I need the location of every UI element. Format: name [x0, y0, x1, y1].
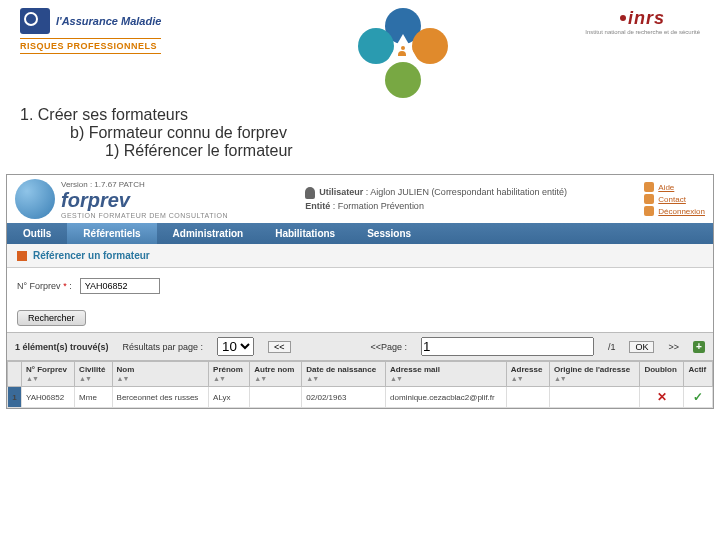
center-diagram-icon — [358, 8, 448, 98]
assurance-maladie-logo: l'Assurance Maladie RISQUES PROFESSIONNE… — [20, 8, 161, 54]
sort-icon[interactable]: ▲▼ — [117, 375, 129, 382]
help-icon — [644, 182, 654, 192]
deconnexion-link[interactable]: Déconnexion — [644, 206, 705, 216]
col-civilite[interactable]: Civilité▲▼ — [75, 362, 112, 387]
sort-icon[interactable]: ▲▼ — [390, 375, 402, 382]
forprev-sphere-icon — [15, 179, 55, 219]
col-naissance[interactable]: Date de naissance▲▼ — [302, 362, 386, 387]
col-nforprev[interactable]: N° Forprev▲▼ — [22, 362, 75, 387]
col-nom[interactable]: Nom▲▼ — [112, 362, 209, 387]
check-icon: ✓ — [693, 390, 703, 404]
inrs-text: inrs — [628, 8, 665, 28]
user-line: Utilisateur : Aiglon JULIEN (Corresponda… — [305, 187, 567, 199]
col-prenom[interactable]: Prénom▲▼ — [209, 362, 250, 387]
row-number: 1 — [8, 387, 22, 408]
sort-icon[interactable]: ▲▼ — [554, 375, 566, 382]
sort-icon[interactable]: ▲▼ — [511, 375, 523, 382]
cell-adresse — [506, 387, 549, 408]
cell-autrenom — [250, 387, 302, 408]
outline-level-2: b) Formateur connu de forprev — [70, 124, 700, 142]
cell-actif: ✓ — [684, 387, 713, 408]
inrs-subtitle: Institut national de recherche et de séc… — [585, 29, 700, 35]
subnav-label: GESTION FORMATEUR DEM CONSULTATION — [61, 212, 228, 219]
cell-doublon: ✕ — [640, 387, 684, 408]
nforprev-input[interactable] — [80, 278, 160, 294]
cell-mail: dominique.cezacblac2@plif.fr — [386, 387, 507, 408]
sort-icon[interactable]: ▲▼ — [79, 375, 91, 382]
nav-referentiels[interactable]: Référentiels — [67, 223, 156, 244]
am-text: l'Assurance Maladie — [56, 15, 161, 27]
col-num — [8, 362, 22, 387]
user-icon — [305, 187, 315, 199]
cell-nom: Berceonnet des russes — [112, 387, 209, 408]
section-title-text: Référencer un formateur — [33, 250, 150, 261]
contact-link[interactable]: Contact — [644, 194, 705, 204]
page-total: /1 — [608, 342, 616, 352]
entity-line: Entité : Formation Prévention — [305, 201, 567, 211]
results-count: 1 élément(s) trouvé(s) — [15, 342, 109, 352]
brand-label: forprev — [61, 189, 228, 212]
sort-icon[interactable]: ▲▼ — [213, 375, 225, 382]
sort-icon[interactable]: ▲▼ — [306, 375, 318, 382]
outline-level-1: 1. Créer ses formateurs — [20, 106, 700, 124]
contact-icon — [644, 194, 654, 204]
section-square-icon — [17, 251, 27, 261]
aide-link[interactable]: Aide — [644, 182, 705, 192]
outline-level-3: 1) Référencer le formateur — [105, 142, 700, 160]
cell-nforprev: YAH06852 — [22, 387, 75, 408]
col-adresse[interactable]: Adresse▲▼ — [506, 362, 549, 387]
cell-origine — [549, 387, 639, 408]
page-input[interactable] — [421, 337, 594, 356]
nforprev-label: N° Forprev * : — [17, 281, 72, 291]
nav-outils[interactable]: Outils — [7, 223, 67, 244]
rechercher-button[interactable]: Rechercher — [17, 310, 86, 326]
sort-icon[interactable]: ▲▼ — [254, 375, 266, 382]
section-header: Référencer un formateur — [7, 244, 713, 268]
table-row[interactable]: 1 YAH06852 Mme Berceonnet des russes ALy… — [8, 387, 713, 408]
x-icon: ✕ — [657, 390, 667, 404]
col-origine[interactable]: Origine de l'adresse▲▼ — [549, 362, 639, 387]
pager-next: >> — [668, 342, 679, 352]
cell-naissance: 02/02/1963 — [302, 387, 386, 408]
risques-label: RISQUES PROFESSIONNELS — [20, 38, 161, 54]
cell-prenom: ALyx — [209, 387, 250, 408]
per-page-select[interactable]: 10 — [217, 337, 254, 356]
am-cube-icon — [20, 8, 50, 34]
col-mail[interactable]: Adresse mail▲▼ — [386, 362, 507, 387]
page-ok[interactable]: OK — [629, 341, 654, 353]
per-page-label: Résultats par page : — [123, 342, 204, 352]
add-icon[interactable]: + — [693, 341, 705, 353]
col-actif: Actif — [684, 362, 713, 387]
nav-sessions[interactable]: Sessions — [351, 223, 427, 244]
sort-icon[interactable]: ▲▼ — [26, 375, 38, 382]
nav-habilitations[interactable]: Habilitations — [259, 223, 351, 244]
inrs-logo: inrs Institut national de recherche et d… — [585, 8, 700, 35]
logout-icon — [644, 206, 654, 216]
page-label: <<Page : — [370, 342, 407, 352]
main-nav: Outils Référentiels Administration Habil… — [7, 223, 713, 244]
col-autrenom[interactable]: Autre nom▲▼ — [250, 362, 302, 387]
col-doublon: Doublon — [640, 362, 684, 387]
nav-administration[interactable]: Administration — [157, 223, 260, 244]
results-table: N° Forprev▲▼ Civilité▲▼ Nom▲▼ Prénom▲▼ A… — [7, 361, 713, 408]
pager-prev[interactable]: << — [268, 341, 291, 353]
version-label: Version : 1.7.67 PATCH — [61, 180, 228, 189]
cell-civilite: Mme — [75, 387, 112, 408]
app-window: Version : 1.7.67 PATCH forprev GESTION F… — [6, 174, 714, 409]
